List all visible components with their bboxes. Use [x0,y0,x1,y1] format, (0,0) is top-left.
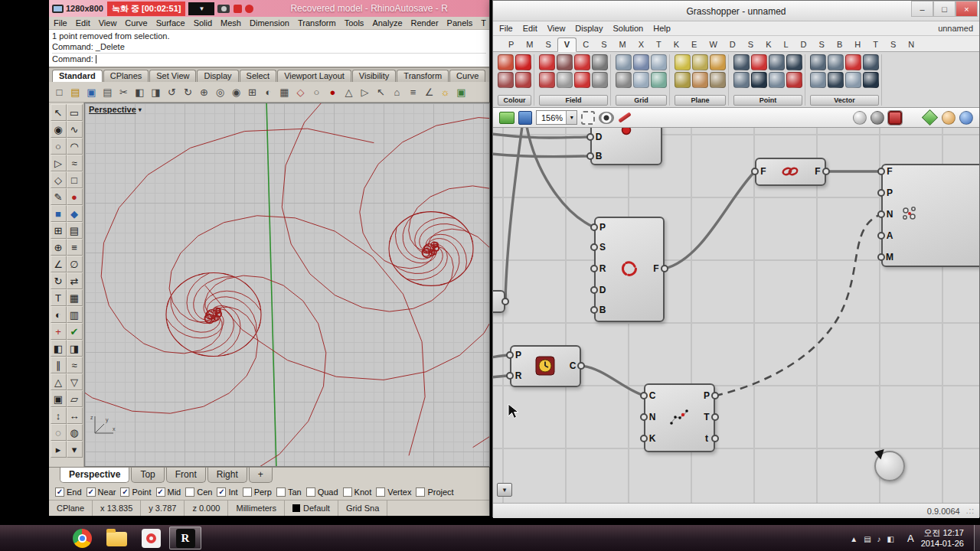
category-tab[interactable]: S [595,38,612,51]
sidebar-tool-icon[interactable]: ◇ [51,171,67,188]
checkbox[interactable]: ✓ [120,487,129,497]
component-icon[interactable] [675,72,691,88]
component-icon[interactable] [616,54,632,70]
component-icon[interactable] [692,54,708,70]
menu-item-file[interactable]: File [54,18,67,28]
toolbar-icon[interactable]: ↖ [374,84,388,99]
component-icon[interactable] [845,72,861,88]
toolbar-icon[interactable]: ▣ [84,84,99,99]
sidebar-tool-icon[interactable]: ✎ [51,188,67,205]
category-tab[interactable]: M [520,38,539,51]
toolbar-icon[interactable]: ↺ [165,84,179,99]
component-icon[interactable] [498,72,514,88]
checkbox[interactable] [343,487,352,497]
tray-volume-icon[interactable]: ♪ [877,535,881,543]
component-port[interactable] [877,232,885,240]
component-port[interactable] [586,152,594,160]
toolbar-icon[interactable]: ◐ [261,84,276,99]
menu-item-dimension[interactable]: Dimension [250,18,289,28]
palette-group-label[interactable]: Field [539,95,608,106]
toolbar-icon[interactable]: ↻ [181,84,195,99]
sidebar-tool-icon[interactable]: ◠ [67,138,83,155]
checkbox[interactable]: ✓ [55,487,64,497]
palette-group-label[interactable]: Grid [616,95,667,106]
component-icon[interactable] [828,72,844,88]
category-tab[interactable]: M [613,38,632,51]
component-port[interactable] [640,392,648,399]
menu-item-panels[interactable]: Panels [447,18,473,28]
osnap-end[interactable]: ✓End [55,487,82,497]
viewport-tab-top[interactable]: Top [131,468,164,483]
record-button[interactable] [245,5,253,13]
checkbox[interactable] [416,487,425,497]
menu-item-surface[interactable]: Surface [156,18,185,28]
sidebar-tool-icon[interactable]: T [51,289,67,306]
palette-group-label[interactable]: Point [733,95,802,106]
toolbar-tab[interactable]: Visibility [352,70,397,82]
toolbar-tab[interactable]: Viewport Layout [277,70,351,82]
component-icon[interactable] [557,54,573,70]
component-icon[interactable] [863,72,879,88]
sidebar-tool-icon[interactable]: ↖ [51,104,67,121]
osnap-mid[interactable]: ✓Mid [156,487,181,497]
category-tab[interactable]: B [831,38,848,51]
status-units[interactable]: Millimeters [228,500,285,516]
component-port[interactable] [877,168,885,175]
sidebar-tool-icon[interactable]: ↔ [67,407,83,424]
osnap-cen[interactable]: Cen [185,487,212,497]
sphere-display-icon[interactable] [942,111,956,125]
menu-item-curve[interactable]: Curve [125,18,147,28]
component-port[interactable] [640,435,648,442]
sidebar-tool-icon[interactable]: ■ [51,205,67,222]
toolbar-icon[interactable]: ▤ [100,84,115,99]
viewport-tab-perspective[interactable]: Perspective [60,468,129,483]
sidebar-tool-icon[interactable]: ↻ [51,272,67,289]
component-icon[interactable] [539,72,555,88]
toolbar-icon[interactable]: ○ [309,84,324,99]
component-icon[interactable] [651,54,667,70]
canvas-navigation-widget[interactable] [874,451,905,481]
sidebar-tool-icon[interactable]: ● [67,188,83,205]
sidebar-tool-icon[interactable]: ◐ [51,306,67,323]
component-icon[interactable] [574,54,590,70]
grasshopper-canvas[interactable]: ▾ DBPSRDBFFFFPNAMPRCCNKPTt [493,128,979,503]
osnap-project[interactable]: Project [416,487,453,497]
sidebar-tool-icon[interactable]: ▭ [67,104,83,121]
gem-icon[interactable] [922,109,938,126]
preview-wireframe-icon[interactable] [853,111,867,125]
component-port[interactable] [877,253,885,261]
category-tab[interactable]: D [795,38,813,51]
menu-item-solution[interactable]: Solution [612,24,643,33]
viewport-tab-right[interactable]: Right [207,468,247,483]
component-port[interactable] [711,435,719,442]
viewport-tab-front[interactable]: Front [166,468,206,483]
component-port[interactable] [501,298,509,305]
component-icon[interactable] [616,72,632,88]
component-icon[interactable] [557,72,573,88]
menu-item-edit[interactable]: Edit [523,24,537,33]
sidebar-tool-icon[interactable]: ○ [51,138,67,155]
wire[interactable] [715,214,881,396]
language-indicator[interactable]: A [907,533,914,544]
toolbar-tab[interactable]: Transform [397,70,449,82]
category-tab[interactable]: P [502,38,520,51]
component-icon[interactable] [592,72,608,88]
sidebar-tool-icon[interactable]: ✔ [67,323,83,340]
toolbar-icon[interactable]: ◎ [213,84,227,99]
menu-item-edit[interactable]: Edit [76,18,90,28]
menu-item-t[interactable]: T [481,18,486,28]
component-port[interactable] [711,392,719,399]
checkbox[interactable] [243,487,252,497]
osnap-knot[interactable]: Knot [343,487,372,497]
maximize-button[interactable]: □ [933,1,956,17]
sidebar-tool-icon[interactable]: ◧ [51,340,67,357]
taskbar-recorder-button[interactable] [135,527,167,549]
sidebar-tool-icon[interactable]: △ [51,373,67,390]
menu-item-solid[interactable]: Solid [194,18,212,28]
component-icon[interactable] [633,72,649,88]
show-desktop-button[interactable] [974,525,980,551]
menu-item-help[interactable]: Help [653,24,671,33]
sidebar-tool-icon[interactable]: ▣ [51,390,67,407]
sidebar-tool-icon[interactable]: ◍ [67,424,83,441]
close-button[interactable]: × [956,1,978,17]
